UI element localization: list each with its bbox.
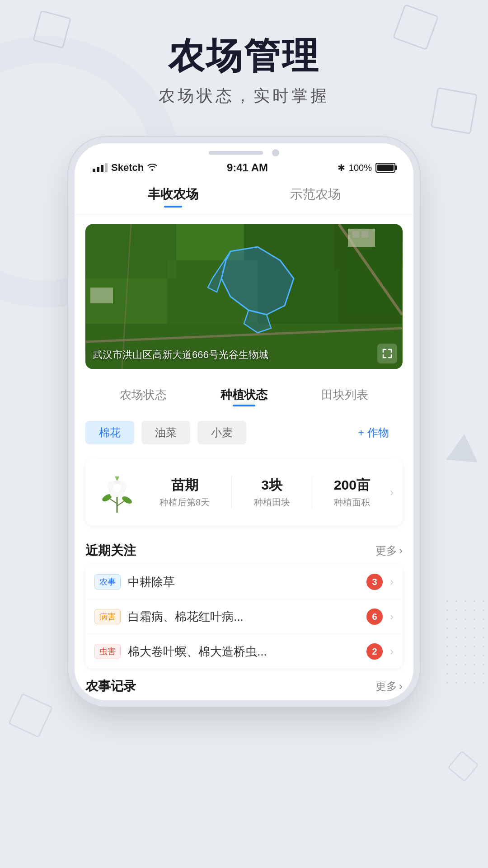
- stat-divider-2: [312, 476, 312, 509]
- farm-records-title: 农事记录: [85, 678, 136, 695]
- map-expand-button[interactable]: [377, 344, 397, 363]
- svg-line-20: [117, 501, 124, 506]
- svg-rect-17: [90, 288, 113, 303]
- svg-marker-29: [115, 476, 119, 481]
- alert-tag-disease: 病害: [94, 609, 121, 624]
- crop-image: [94, 470, 140, 515]
- phone-top: [75, 143, 413, 157]
- tab-farm-status[interactable]: 农场状态: [120, 387, 167, 406]
- crop-btn-cotton[interactable]: 棉花: [85, 421, 134, 444]
- crop-filters: 棉花 油菜 小麦 + 作物: [75, 414, 413, 452]
- farm-tab-fengshounongchang[interactable]: 丰收农场: [148, 186, 198, 208]
- status-time: 9:41 AM: [227, 161, 268, 174]
- alert-badge-0: 3: [366, 574, 383, 590]
- tab-plant-status[interactable]: 种植状态: [221, 387, 267, 406]
- recent-alerts-title: 近期关注: [85, 542, 136, 559]
- alert-chevron-1: ›: [390, 610, 394, 623]
- alerts-container: 农事 中耕除草 3 › 病害 白霜病、棉花红叶病... 6 › 虫害 棉大卷叶螟…: [85, 565, 403, 669]
- status-right: ✱ 100%: [338, 162, 395, 173]
- page-title: 农场管理: [0, 36, 488, 76]
- alert-item-disease[interactable]: 病害 白霜病、棉花红叶病... 6 ›: [85, 599, 403, 634]
- alert-item-farm[interactable]: 农事 中耕除草 3 ›: [85, 565, 403, 599]
- crop-stats: 苗期 种植后第8天 3块 种植田块 200亩 种植面积: [149, 476, 381, 509]
- signal-icon: [93, 163, 108, 172]
- status-left: Sketch: [93, 162, 157, 174]
- page-subtitle: 农场状态，实时掌握: [0, 85, 488, 107]
- alert-text-2: 棉大卷叶螟、棉大造桥虫...: [128, 644, 359, 660]
- wifi-icon: [147, 162, 157, 174]
- phone-frame: Sketch 9:41 AM ✱ 100%: [75, 143, 413, 700]
- crop-info-card: 苗期 种植后第8天 3块 种植田块 200亩 种植面积 ›: [85, 459, 403, 526]
- bluetooth-icon: ✱: [338, 162, 345, 173]
- crop-fields-stat: 3块 种植田块: [254, 476, 290, 509]
- farm-records-header: 农事记录 更多 ›: [75, 669, 413, 700]
- alert-chevron-0: ›: [390, 576, 394, 588]
- map-address: 武汉市洪山区高新大道666号光谷生物城: [93, 348, 268, 362]
- crop-btn-canola[interactable]: 油菜: [141, 421, 190, 444]
- crop-fields-value: 3块: [254, 476, 290, 495]
- alert-item-pest[interactable]: 虫害 棉大卷叶螟、棉大造桥虫... 2 ›: [85, 634, 403, 669]
- crop-stage-value: 苗期: [160, 476, 210, 495]
- crop-card-arrow: ›: [390, 486, 394, 499]
- alert-badge-1: 6: [366, 609, 383, 625]
- alert-tag-farm: 农事: [94, 574, 121, 590]
- more-chevron-icon: ›: [399, 544, 403, 557]
- map-overlay: [85, 224, 403, 369]
- farm-records-more[interactable]: 更多 ›: [375, 679, 403, 693]
- map-container[interactable]: 武汉市洪山区高新大道666号光谷生物城: [85, 224, 403, 369]
- phone-wrapper: Sketch 9:41 AM ✱ 100%: [0, 143, 488, 700]
- decor-diamond: [447, 750, 479, 782]
- stat-divider-1: [231, 476, 232, 509]
- crop-stage-stat: 苗期 种植后第8天: [160, 476, 210, 509]
- map-background: [85, 224, 403, 369]
- tab-field-list[interactable]: 田块列表: [321, 387, 368, 406]
- recent-alerts-more[interactable]: 更多 ›: [375, 543, 403, 558]
- crop-area-stat: 200亩 种植面积: [334, 476, 370, 509]
- crop-area-desc: 种植面积: [334, 496, 370, 509]
- status-bar: Sketch 9:41 AM ✱ 100%: [75, 157, 413, 179]
- svg-point-28: [113, 484, 121, 492]
- alert-badge-2: 2: [366, 643, 383, 660]
- recent-alerts-header: 近期关注 更多 ›: [75, 533, 413, 565]
- page-header: 农场管理 农场状态，实时掌握: [0, 0, 488, 125]
- section-tabs: 农场状态 种植状态 田块列表: [75, 378, 413, 414]
- battery-icon: [375, 163, 395, 173]
- svg-rect-15: [352, 231, 359, 238]
- crop-area-value: 200亩: [334, 476, 370, 495]
- farm-tab-shifannongchang[interactable]: 示范农场: [290, 186, 341, 208]
- alert-text-1: 白霜病、棉花红叶病...: [128, 609, 359, 625]
- phone-camera: [272, 149, 279, 156]
- alert-tag-pest: 虫害: [94, 644, 121, 659]
- svg-rect-16: [361, 231, 368, 238]
- records-more-chevron-icon: ›: [399, 680, 403, 693]
- crop-btn-add[interactable]: + 作物: [344, 421, 403, 444]
- alert-text-0: 中耕除草: [128, 574, 359, 590]
- battery-percent: 100%: [349, 163, 372, 173]
- carrier-label: Sketch: [111, 162, 144, 174]
- farm-tabs: 丰收农场 示范农场: [75, 179, 413, 215]
- alert-chevron-2: ›: [390, 645, 394, 658]
- crop-stage-desc: 种植后第8天: [160, 496, 210, 509]
- svg-line-19: [110, 499, 117, 504]
- phone-speaker: [209, 151, 263, 155]
- crop-fields-desc: 种植田块: [254, 496, 290, 509]
- crop-btn-wheat[interactable]: 小麦: [197, 421, 246, 444]
